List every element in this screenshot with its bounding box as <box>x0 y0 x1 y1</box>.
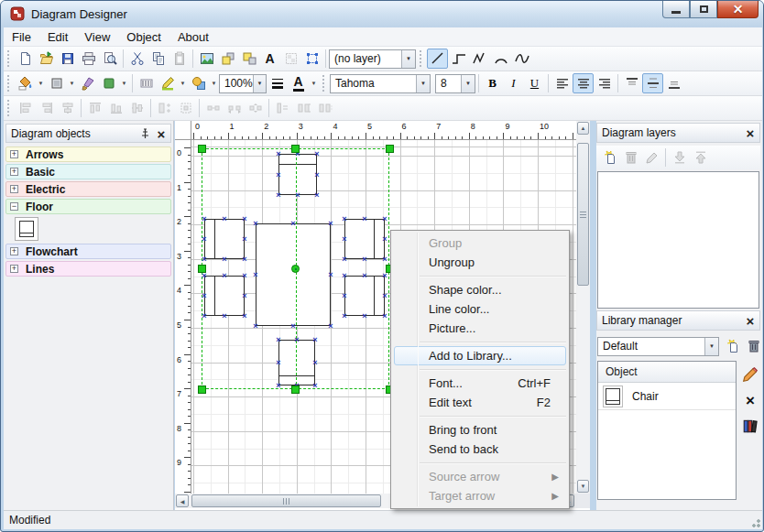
context-menu-item-edit-text[interactable]: Edit textF2 <box>394 393 566 412</box>
libraries-button[interactable] <box>741 417 759 435</box>
zoom-combo[interactable]: 100% <box>219 74 267 93</box>
delete-object-button[interactable]: × <box>741 391 759 409</box>
font-color-button[interactable]: A <box>288 73 309 93</box>
layer-combo[interactable]: (no layer) <box>329 49 416 69</box>
selection-handle[interactable] <box>198 145 206 153</box>
object-group-basic[interactable]: +Basic <box>5 164 171 179</box>
bring-forward-button[interactable] <box>217 49 238 69</box>
layers-list[interactable] <box>597 171 759 309</box>
object-group-electric[interactable]: +Electric <box>5 181 171 197</box>
line-arc-button[interactable] <box>490 49 511 69</box>
library-combo-dropdown-icon[interactable] <box>704 338 718 355</box>
context-menu-item-send-to-back[interactable]: Send to back <box>394 440 566 459</box>
vertical-scroll-thumb[interactable] <box>577 143 589 286</box>
font-family-combo[interactable]: Tahoma <box>330 74 431 93</box>
save-button[interactable] <box>57 49 78 69</box>
scroll-down-button[interactable]: ▼ <box>577 480 589 493</box>
menu-edit[interactable]: Edit <box>39 27 76 47</box>
fill-color-button[interactable] <box>98 73 119 93</box>
toolbar-grip[interactable] <box>322 75 325 92</box>
expand-icon[interactable]: + <box>10 150 18 158</box>
toolbar-grip[interactable] <box>7 75 10 92</box>
valign-top-button[interactable] <box>621 73 642 93</box>
fill-bucket-dropdown-icon[interactable] <box>36 73 46 93</box>
delete-library-button[interactable] <box>743 336 764 356</box>
insert-image-button[interactable] <box>196 49 217 69</box>
chair-shape-thumbnail[interactable] <box>15 217 38 241</box>
context-menu-item-ungroup[interactable]: Ungroup <box>394 253 566 272</box>
border-style-dropdown-icon[interactable] <box>67 73 77 93</box>
line-zigzag-button[interactable] <box>469 49 490 69</box>
menu-object[interactable]: Object <box>118 27 169 47</box>
library-row-chair[interactable]: Chair <box>598 383 736 410</box>
line-elbow-button[interactable] <box>448 49 469 69</box>
close-button[interactable]: ✕ <box>717 1 759 18</box>
object-group-floor[interactable]: −Floor <box>5 199 171 214</box>
object-group-lines[interactable]: +Lines <box>5 261 171 277</box>
border-style-button[interactable] <box>46 73 67 93</box>
shadow-color-dropdown-icon[interactable] <box>209 73 219 93</box>
close-layers-panel-icon[interactable]: × <box>743 125 758 140</box>
horizontal-scroll-thumb[interactable] <box>191 494 381 507</box>
align-left-button[interactable] <box>551 73 573 93</box>
open-button[interactable] <box>36 49 57 69</box>
new-library-button[interactable] <box>722 336 743 356</box>
context-menu-item-line-color[interactable]: Line color... <box>394 299 566 319</box>
fill-bucket-button[interactable] <box>15 73 36 93</box>
valign-bottom-button[interactable] <box>663 73 684 93</box>
print-button[interactable] <box>78 49 99 69</box>
line-curve-button[interactable] <box>511 49 532 69</box>
rotation-center-handle[interactable] <box>291 265 300 273</box>
object-group-arrows[interactable]: +Arrows <box>5 147 171 162</box>
context-menu-item-picture[interactable]: Picture... <box>394 319 566 338</box>
menu-view[interactable]: View <box>76 27 118 47</box>
library-combo[interactable]: Default <box>597 337 719 356</box>
text-tool-button[interactable]: A <box>259 49 280 69</box>
menu-file[interactable]: File <box>4 27 39 47</box>
italic-button[interactable]: I <box>503 73 524 93</box>
line-straight-button[interactable] <box>427 49 448 69</box>
close-library-panel-icon[interactable]: × <box>743 313 758 328</box>
scroll-up-button[interactable]: ▲ <box>577 122 589 135</box>
toolbar-grip[interactable] <box>420 50 422 67</box>
selection-handle[interactable] <box>198 385 206 394</box>
send-backward-button[interactable] <box>238 49 259 69</box>
edit-object-button[interactable] <box>741 365 759 384</box>
line-width-button[interactable] <box>267 73 288 93</box>
align-center-button[interactable] <box>573 73 594 93</box>
selection-handle[interactable] <box>386 145 394 153</box>
selection-handle[interactable] <box>291 145 300 153</box>
minimize-button[interactable] <box>662 1 690 18</box>
valign-middle-button[interactable] <box>642 73 663 93</box>
expand-icon[interactable]: + <box>10 185 18 193</box>
toolbar-grip[interactable] <box>7 50 10 67</box>
zoom-dropdown-icon[interactable] <box>253 75 266 92</box>
expand-icon[interactable]: + <box>10 247 18 255</box>
font-size-combo[interactable]: 8 <box>435 74 475 93</box>
pin-icon[interactable] <box>136 126 150 141</box>
menu-about[interactable]: About <box>169 27 217 47</box>
context-menu-item-font[interactable]: Font...Ctrl+F <box>394 374 566 393</box>
object-group-flowchart[interactable]: +Flowchart <box>5 244 171 259</box>
new-document-button[interactable] <box>15 49 36 69</box>
context-menu-item-shape-color[interactable]: Shape color... <box>394 280 566 299</box>
scroll-left-button[interactable]: ◀ <box>176 494 189 507</box>
selection-handle[interactable] <box>291 385 300 394</box>
font-size-dropdown-icon[interactable] <box>461 75 475 92</box>
context-menu-item-add-to-library[interactable]: Add to Library... <box>394 346 566 365</box>
copy-button[interactable] <box>147 49 169 69</box>
selection-handle[interactable] <box>198 265 206 273</box>
font-color-dropdown-icon[interactable] <box>309 73 319 93</box>
maximize-button[interactable] <box>690 1 717 18</box>
print-preview-button[interactable] <box>99 49 120 69</box>
shadow-color-button[interactable] <box>188 73 209 93</box>
font-family-dropdown-icon[interactable] <box>416 75 430 92</box>
bold-button[interactable]: B <box>482 73 503 93</box>
hatch-style-button[interactable] <box>136 73 157 93</box>
align-right-button[interactable] <box>594 73 615 93</box>
resize-grip[interactable] <box>749 516 760 527</box>
new-layer-button[interactable] <box>599 147 620 168</box>
line-color-dropdown-icon[interactable] <box>178 73 188 93</box>
vertical-scrollbar[interactable]: ▲ ▼ <box>576 121 590 494</box>
cut-button[interactable] <box>126 49 147 69</box>
